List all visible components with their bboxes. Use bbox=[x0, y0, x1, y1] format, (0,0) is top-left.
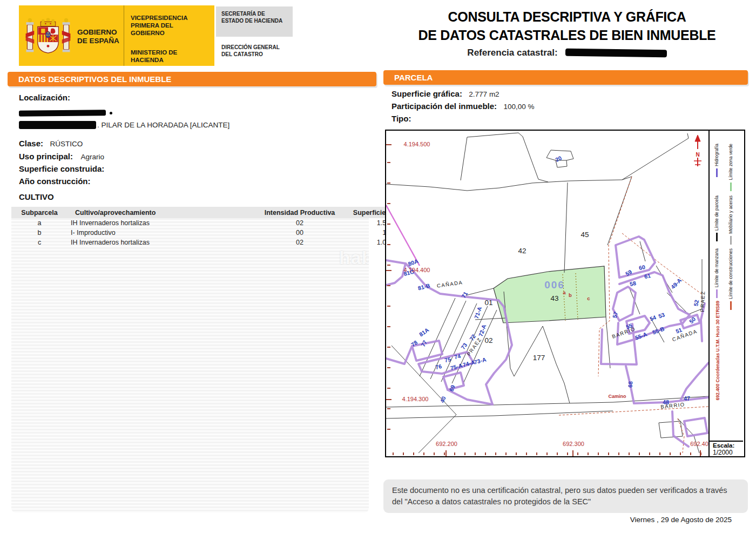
coordinate-tick bbox=[454, 452, 455, 455]
coordinate-tick bbox=[386, 144, 392, 145]
legend-swatch bbox=[730, 236, 732, 245]
map-label: 57 bbox=[611, 311, 619, 319]
localizacion-redaction-bar-2 bbox=[19, 121, 96, 129]
col-intensidad: Intensidad Productiva bbox=[256, 207, 343, 218]
coordinate-tick bbox=[577, 452, 578, 455]
map-label: 40 bbox=[438, 395, 447, 403]
coordinate-tick bbox=[403, 452, 404, 455]
localizacion-redaction-bar-1 bbox=[19, 110, 106, 117]
map-label: 53 bbox=[657, 311, 665, 319]
map-label: 692.300 bbox=[563, 441, 584, 447]
cultivo-table-row: cIH Invernaderos hortalizas021.017 bbox=[11, 238, 399, 247]
legend-entry: Límite zona verde bbox=[728, 144, 733, 191]
superficie-construida-label: Superficie construida: bbox=[19, 164, 104, 173]
document-title: CONSULTA DESCRIPTIVA Y GRÁFICA DE DATOS … bbox=[386, 8, 748, 58]
title-line-1: CONSULTA DESCRIPTIVA Y GRÁFICA bbox=[386, 8, 748, 26]
map-label: 58 bbox=[629, 280, 637, 287]
legend-entry: Mobiliario y aceras bbox=[728, 195, 733, 245]
utm-coordinates-label: 692.400 Coordenadas U.T.M. Huso 30 ETRS8… bbox=[715, 301, 720, 400]
map-label: 4.194.300 bbox=[402, 396, 429, 402]
map-label: 71 bbox=[460, 290, 469, 299]
coordinate-tick bbox=[690, 452, 691, 455]
coordinate-tick bbox=[572, 450, 573, 456]
ministry-labels: VICEPRESIDENCIA PRIMERA DEL GOBIERNO MIN… bbox=[124, 5, 214, 66]
map-label: 75-A bbox=[450, 362, 463, 371]
map-label: 78 bbox=[410, 339, 418, 348]
scale-box: Escala: 1/2000 bbox=[710, 441, 743, 456]
referencia-catastral-label: Referencia catastral: bbox=[467, 48, 557, 58]
coordinate-tick bbox=[444, 452, 445, 455]
cultivo-cell: b bbox=[11, 228, 68, 238]
map-label: 80A bbox=[407, 258, 419, 267]
secretaria-de-estado-box: SECRETARÍA DE ESTADO DE HACIENDA bbox=[216, 6, 293, 37]
map-label: Camino bbox=[608, 394, 626, 399]
tipo-label: Tipo: bbox=[392, 114, 411, 123]
legend-entry-label: Límite de parcela bbox=[714, 195, 719, 231]
cultivo-cell: 02 bbox=[256, 238, 343, 247]
vicepresidencia-label: VICEPRESIDENCIA PRIMERA DEL GOBIERNO bbox=[131, 14, 201, 37]
map-drawing-area: 4.194.5004.194.4004.194.300692.200692.30… bbox=[386, 131, 708, 456]
superficie-grafica-row: Superficie gráfica: 2.777 m2 bbox=[392, 89, 500, 99]
map-legend: HidrografíaLímite zona verdeLímite de pa… bbox=[708, 131, 743, 456]
ministerio-label: MINISTERIO DE HACIENDA bbox=[131, 49, 190, 64]
map-label: 60 bbox=[638, 263, 646, 271]
coordinate-tick bbox=[387, 265, 390, 266]
map-label: 02 bbox=[484, 336, 492, 344]
legend-entry-label: Hidrografía bbox=[714, 144, 719, 166]
coordinate-tick bbox=[387, 182, 390, 184]
map-label: 692.40 bbox=[690, 441, 708, 447]
uso-value: Agrario bbox=[80, 153, 104, 161]
coordinate-tick bbox=[413, 452, 414, 455]
map-label: 81A bbox=[418, 327, 430, 338]
map-label: 48 bbox=[663, 399, 669, 405]
coordinate-tick bbox=[423, 452, 424, 455]
coordinate-tick bbox=[387, 306, 390, 307]
disclaimer-box: Este documento no es una certificación c… bbox=[383, 479, 748, 513]
scale-value: 1/2000 bbox=[713, 449, 743, 456]
map-label: 45 bbox=[580, 231, 589, 239]
map-label: 73 bbox=[460, 342, 469, 350]
cultivo-cell: a bbox=[11, 218, 68, 228]
map-label: 74 bbox=[454, 353, 461, 360]
anio-construccion-label: Año construcción: bbox=[19, 177, 91, 186]
coordinate-tick bbox=[393, 452, 394, 455]
gobierno-de-espana-label: GOBIERNO DE ESPAÑA bbox=[77, 5, 124, 66]
cultivo-table-row: aIH Invernaderos hortalizas021.584 bbox=[11, 218, 399, 228]
cultivo-cell: c bbox=[11, 238, 68, 247]
coordinate-tick bbox=[485, 452, 486, 455]
coordinate-tick bbox=[557, 452, 558, 455]
legend-swatch bbox=[716, 233, 718, 241]
legend-swatch bbox=[716, 168, 718, 177]
map-labels-layer: 4.194.5004.194.4004.194.300692.200692.30… bbox=[386, 131, 708, 456]
coordinate-tick bbox=[649, 452, 650, 455]
map-label: 692.200 bbox=[436, 441, 457, 447]
map-label: 177 bbox=[533, 354, 545, 362]
cultivo-cell: IH Invernaderos hortalizas bbox=[68, 218, 256, 228]
coordinate-tick bbox=[387, 285, 390, 286]
watermark: habitaclia bbox=[339, 247, 369, 268]
coordinate-tick bbox=[387, 162, 390, 163]
government-logo-block: GOBIERNO DE ESPAÑA VICEPRESIDENCIA PRIME… bbox=[19, 5, 214, 66]
map-label: 20 bbox=[554, 154, 563, 163]
clase-value: RÚSTICO bbox=[50, 140, 83, 148]
coordinate-tick bbox=[608, 452, 609, 455]
legend-entry: Hidrografía bbox=[714, 144, 719, 177]
cultivo-table-background: habitaclia bbox=[11, 207, 369, 513]
cultivo-table: Subparcela Cultivo/aprovechamiento Inten… bbox=[11, 207, 399, 247]
coordinate-tick bbox=[387, 224, 390, 225]
cultivo-cell: IH Invernaderos hortalizas bbox=[68, 238, 256, 247]
col-subparcela: Subparcela bbox=[11, 207, 68, 218]
map-label: c bbox=[587, 295, 590, 301]
legend-entry: Límite de manzana bbox=[714, 248, 719, 298]
cadastral-document-page: GOBIERNO DE ESPAÑA VICEPRESIDENCIA PRIME… bbox=[0, 0, 756, 534]
map-label: CAÑADA bbox=[436, 279, 463, 289]
localizacion-line-2: . PILAR DE LA HORADADA [ALICANTE] bbox=[19, 120, 230, 130]
map-label: 49-A bbox=[670, 277, 683, 290]
legend-swatch bbox=[730, 182, 732, 191]
map-label: 68 bbox=[627, 381, 634, 388]
localizacion-label: Localización: bbox=[19, 93, 70, 102]
map-label: 72-A bbox=[477, 323, 487, 337]
coordinate-tick bbox=[629, 452, 630, 455]
coordinate-tick bbox=[618, 452, 619, 455]
map-label: 75 bbox=[444, 356, 451, 363]
